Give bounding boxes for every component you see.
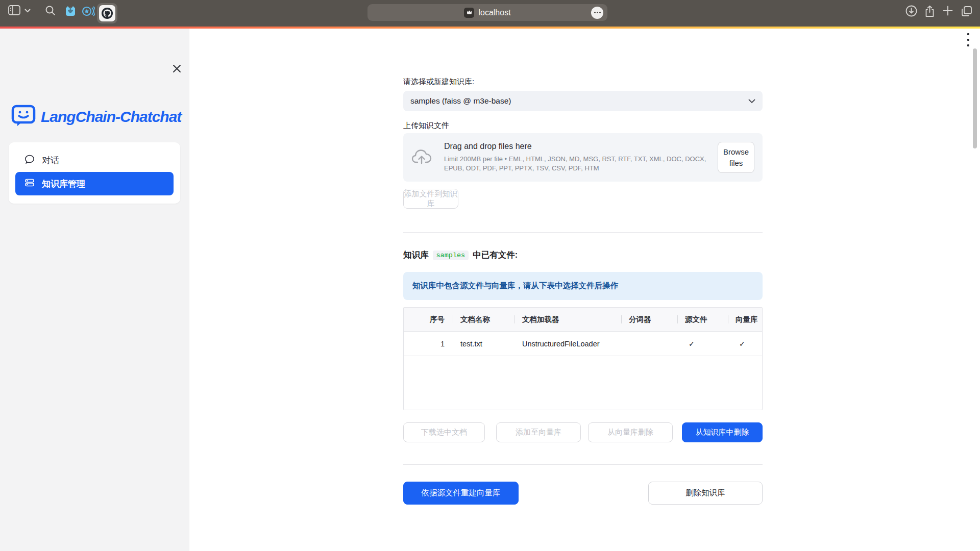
file-dropzone[interactable]: Drag and drop files here Limit 200MB per… xyxy=(403,133,763,182)
table-row[interactable]: 1 test.txt UnstructuredFileLoader ✓ ✓ xyxy=(404,332,762,356)
cell-doc-loader: UnstructuredFileLoader xyxy=(514,340,621,348)
kb-files-heading: 知识库 samples 中已有文件: xyxy=(403,249,518,261)
sidebar-toggle-icon[interactable] xyxy=(8,5,20,15)
page-ellipsis-icon[interactable] xyxy=(591,7,603,19)
kb-select-value: samples (faiss @ m3e-base) xyxy=(410,96,511,106)
page-scrollbar[interactable] xyxy=(973,48,977,148)
rebuild-vector-store-button[interactable]: 依据源文件重建向量库 xyxy=(403,482,519,505)
github-icon xyxy=(99,5,115,21)
info-banner: 知识库中包含源文件与向量库，请从下表中选择文件后操作 xyxy=(403,272,763,300)
database-icon xyxy=(24,178,35,190)
delete-from-kb-button[interactable]: 从知识库中删除 xyxy=(682,422,763,442)
uploader-label: 上传知识文件 xyxy=(403,121,449,131)
downloads-icon[interactable] xyxy=(905,5,917,17)
url-text: localhost xyxy=(478,8,510,17)
sidebar-item-dialogue[interactable]: 对话 xyxy=(15,148,174,172)
cell-index: 1 xyxy=(404,340,453,348)
delete-kb-button[interactable]: 删除知识库 xyxy=(648,482,763,505)
github-pinned-tab[interactable] xyxy=(97,3,117,23)
col-header-in-folder[interactable]: 源文件 xyxy=(677,315,728,324)
cell-in-db-check: ✓ xyxy=(728,340,762,348)
cloud-upload-icon xyxy=(411,148,433,167)
ripple-star-pinned-tab-icon[interactable] xyxy=(82,5,95,17)
address-bar[interactable]: localhost xyxy=(368,4,607,21)
table-header-row: 序号 文档名称 文档加载器 分词器 源文件 向量库 xyxy=(404,308,762,332)
site-favicon xyxy=(464,8,474,18)
cell-in-folder-check: ✓ xyxy=(677,340,728,348)
section-divider xyxy=(403,464,763,465)
chat-bubble-icon xyxy=(24,154,35,167)
col-header-index[interactable]: 序号 xyxy=(404,315,453,324)
kb-heading-suffix: 中已有文件: xyxy=(473,249,518,261)
dropzone-instructions: Drag and drop files here xyxy=(444,142,706,151)
col-header-doc-name[interactable]: 文档名称 xyxy=(453,315,514,324)
sidebar-item-label: 知识库管理 xyxy=(42,178,85,190)
sidebar-close-icon[interactable] xyxy=(170,62,183,74)
streamlit-menu-icon[interactable] xyxy=(965,32,972,47)
screen: localhost xyxy=(0,0,980,551)
kb-select-label: 请选择或新建知识库: xyxy=(403,77,474,87)
add-to-vector-button[interactable]: 添加至向量库 xyxy=(496,422,581,442)
col-header-splitter[interactable]: 分词器 xyxy=(621,315,677,324)
chatchat-logo-icon xyxy=(11,104,36,130)
app-logo: LangChain-Chatchat xyxy=(11,104,181,130)
kb-select[interactable]: samples (faiss @ m3e-base) xyxy=(403,91,763,111)
sidebar-item-kb-management[interactable]: 知识库管理 xyxy=(15,172,174,195)
col-header-doc-loader[interactable]: 文档加载器 xyxy=(514,315,621,324)
chevron-down-icon[interactable] xyxy=(24,9,31,13)
kb-files-table: 序号 文档名称 文档加载器 分词器 源文件 向量库 1 test.txt Uns… xyxy=(403,307,763,410)
cell-doc-name: test.txt xyxy=(453,340,514,348)
dropzone-limit-text: Limit 200MB per file • EML, HTML, JSON, … xyxy=(444,155,706,172)
browse-files-button[interactable]: Browse files xyxy=(718,142,754,173)
new-tab-icon[interactable] xyxy=(942,5,953,16)
cat-download-pinned-tab-icon[interactable] xyxy=(64,5,77,17)
kb-name-code: samples xyxy=(433,251,469,260)
delete-from-vector-button[interactable]: 从向量库删除 xyxy=(588,422,673,442)
kb-heading-prefix: 知识库 xyxy=(403,249,429,261)
app-logo-text: LangChain-Chatchat xyxy=(41,108,181,126)
section-divider xyxy=(403,232,763,233)
sidebar: LangChain-Chatchat 对话 xyxy=(0,29,189,551)
search-icon[interactable] xyxy=(45,5,56,16)
download-selected-button[interactable]: 下载选中文档 xyxy=(403,422,485,442)
share-icon[interactable] xyxy=(924,5,935,18)
browser-toolbar: localhost xyxy=(0,0,980,27)
sidebar-nav: 对话 知识库管理 xyxy=(9,142,180,204)
sidebar-item-label: 对话 xyxy=(42,155,59,166)
select-chevron-down-icon xyxy=(748,96,755,106)
tab-overview-icon[interactable] xyxy=(961,5,973,17)
add-files-to-kb-button[interactable]: 添加文件到知识库 xyxy=(403,189,458,209)
info-banner-text: 知识库中包含源文件与向量库，请从下表中选择文件后操作 xyxy=(412,281,618,291)
col-header-in-db[interactable]: 向量库 xyxy=(728,315,762,324)
